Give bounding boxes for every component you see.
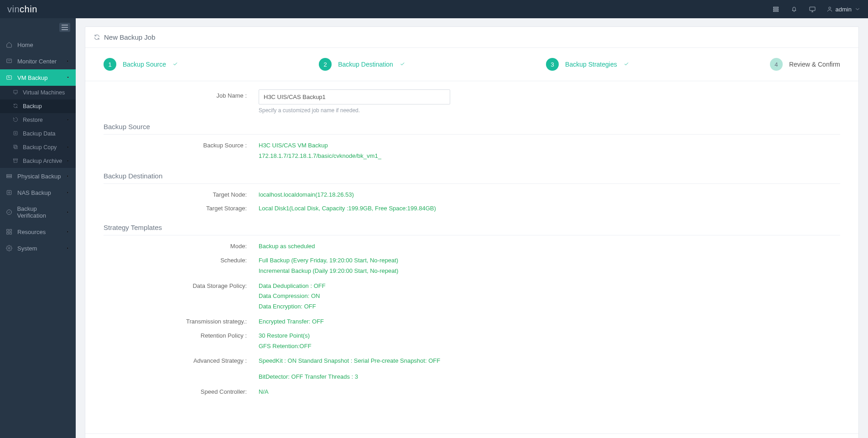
archive-icon <box>13 158 19 164</box>
step-label: Review & Confirm <box>789 61 840 68</box>
sidebar-sub-backup-archive[interactable]: Backup Archive <box>0 154 76 168</box>
schedule-l1: Full Backup (Every Friday, 19:20:00 Star… <box>259 256 398 266</box>
dsp-l3: Data Encryption: OFF <box>259 302 326 312</box>
sidebar-item-label: System <box>17 245 37 252</box>
chevron-right-icon <box>66 189 70 196</box>
row-advanced-strategy: Advanced Strategy : SpeedKit : ON Standa… <box>104 356 840 383</box>
svg-rect-8 <box>14 131 17 135</box>
job-name-field: Specify a customized job name if needed. <box>259 89 487 114</box>
schedule-value: Full Backup (Every Friday, 19:20:00 Star… <box>259 256 398 277</box>
bell-icon[interactable] <box>790 5 798 13</box>
check-icon <box>172 61 178 68</box>
gear-icon <box>5 245 13 252</box>
sidebar-item-label: Monitor Center <box>17 58 57 65</box>
wizard-stepper: 1 Backup Source 2 Backup Destination 3 B… <box>85 48 858 81</box>
svg-rect-0 <box>773 7 778 8</box>
step-backup-destination[interactable]: 2 Backup Destination <box>319 58 405 71</box>
sidebar-item-home[interactable]: Home <box>0 36 76 53</box>
main-content: New Backup Job 1 Backup Source 2 Backup … <box>76 18 868 438</box>
sidebar-item-physical-backup[interactable]: Physical Backup <box>0 168 76 184</box>
target-storage-label: Target Storage: <box>104 204 259 214</box>
home-icon <box>5 41 13 48</box>
job-name-input[interactable] <box>259 89 450 104</box>
step-backup-source[interactable]: 1 Backup Source <box>104 58 178 71</box>
sidebar-sub-restore[interactable]: Restore <box>0 113 76 127</box>
svg-rect-21 <box>10 232 11 234</box>
adv-l1: SpeedKit : ON Standard Snapshot : Serial… <box>259 356 440 366</box>
backup-source-value: H3C UIS/CAS VM Backup 172.18.1.7/172.18.… <box>259 141 381 162</box>
row-target-node: Target Node: localhost.localdomain(172.1… <box>104 190 840 200</box>
user-menu[interactable]: admin <box>826 6 861 13</box>
sidebar-sub-backup[interactable]: Backup <box>0 99 76 113</box>
topbar-right: admin <box>772 5 861 13</box>
row-retention-policy: Retention Policy : 30 Restore Point(s) G… <box>104 331 840 352</box>
svg-rect-14 <box>7 177 12 178</box>
sidebar-sub-backup-data[interactable]: Backup Data <box>0 127 76 141</box>
sidebar-toggle <box>0 18 76 36</box>
refresh-icon <box>94 34 100 41</box>
row-transmission-strategy: Transmission strategy.: Encrypted Transf… <box>104 317 840 327</box>
trans-label: Transmission strategy.: <box>104 317 259 327</box>
step-number: 2 <box>319 58 332 71</box>
sidebar-item-backup-verification[interactable]: Backup Verification <box>0 201 76 224</box>
row-target-storage: Target Storage: Local Disk1(Local Disk, … <box>104 204 840 214</box>
svg-rect-19 <box>10 229 11 231</box>
monitor-center-icon <box>5 57 13 65</box>
restore-icon <box>13 117 19 123</box>
dsp-l2: Data Compression: ON <box>259 292 326 301</box>
vm-icon <box>13 89 19 96</box>
sidebar: Home Monitor Center VM Backup Virtual Ma… <box>0 18 76 438</box>
page-title: New Backup Job <box>104 33 156 41</box>
nas-icon <box>5 189 13 196</box>
user-name: admin <box>836 6 852 13</box>
sidebar-item-label: VM Backup <box>17 74 47 81</box>
backup-source-l1: H3C UIS/CAS VM Backup <box>259 141 381 151</box>
sidebar-item-resources[interactable]: Resources <box>0 224 76 240</box>
sidebar-item-label: Physical Backup <box>17 173 61 180</box>
svg-rect-9 <box>15 146 17 149</box>
svg-rect-10 <box>14 145 16 148</box>
sidebar-sub-label: Virtual Machines <box>23 89 65 96</box>
sidebar-sub-backup-copy[interactable]: Backup Copy <box>0 141 76 154</box>
step-label: Backup Source <box>123 61 166 68</box>
sidebar-item-system[interactable]: System <box>0 240 76 256</box>
sidebar-item-nas-backup[interactable]: NAS Backup <box>0 184 76 201</box>
mode-value: Backup as scheduled <box>259 242 315 251</box>
physical-backup-icon <box>5 172 13 180</box>
svg-rect-15 <box>7 190 11 194</box>
speed-value: N/A <box>259 387 269 397</box>
monitor-icon[interactable] <box>808 5 816 13</box>
adv-label: Advanced Strategy : <box>104 356 259 366</box>
copy-icon <box>13 144 19 151</box>
dsp-label: Data Storage Policy: <box>104 282 259 291</box>
step-label: Backup Destination <box>338 61 393 68</box>
svg-rect-1 <box>773 9 778 10</box>
target-storage-value: Local Disk1(Local Disk, Capacity :199.9G… <box>259 204 436 214</box>
wizard-footer: Back Submit <box>85 433 858 438</box>
row-schedule: Schedule: Full Backup (Every Friday, 19:… <box>104 256 840 277</box>
sidebar-sub-virtual-machines[interactable]: Virtual Machines <box>0 86 76 99</box>
step-backup-strategies[interactable]: 3 Backup Strategies <box>546 58 629 71</box>
svg-rect-20 <box>7 232 9 234</box>
job-name-help: Specify a customized job name if needed. <box>259 107 487 114</box>
dsp-l1: Data Deduplication : OFF <box>259 282 326 291</box>
verify-icon <box>5 209 12 216</box>
target-node-label: Target Node: <box>104 190 259 200</box>
row-job-name: Job Name : Specify a customized job name… <box>104 89 840 114</box>
step-review-confirm[interactable]: 4 Review & Confirm <box>770 58 840 71</box>
chevron-down-icon <box>854 6 861 12</box>
sidebar-item-label: NAS Backup <box>17 189 51 196</box>
mode-label: Mode: <box>104 242 259 251</box>
list-icon[interactable] <box>772 5 780 13</box>
sidebar-sub-label: Backup Data <box>23 130 56 137</box>
sidebar-item-monitor-center[interactable]: Monitor Center <box>0 53 76 69</box>
sidebar-item-vm-backup[interactable]: VM Backup <box>0 69 76 86</box>
hamburger-icon[interactable] <box>59 23 70 32</box>
svg-rect-7 <box>14 90 17 93</box>
sidebar-item-label: Backup Verification <box>17 205 66 219</box>
sidebar-item-label: Resources <box>17 229 46 235</box>
svg-point-16 <box>8 192 10 193</box>
backup-source-l2: 172.18.1.7/172.18.1.7/basic/cvknode/bk_v… <box>259 151 381 161</box>
chevron-right-icon <box>66 173 70 180</box>
section-strategy-templates: Strategy Templates <box>104 218 840 235</box>
